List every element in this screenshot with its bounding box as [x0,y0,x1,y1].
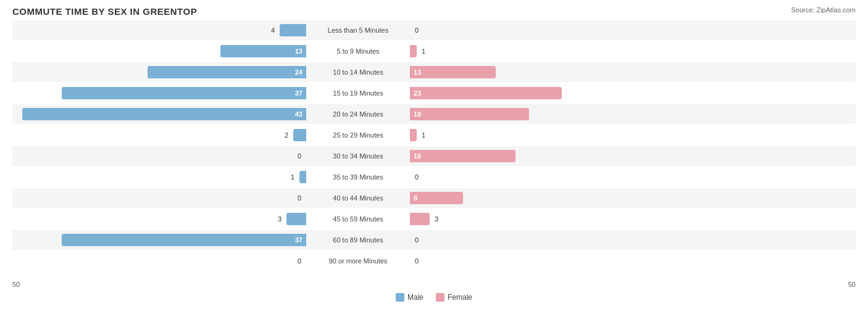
male-value: 37 [291,89,306,97]
male-value: 1 [291,173,294,181]
row-label: 45 to 59 Minutes [309,215,407,223]
chart-row: 3 45 to 59 Minutes 3 [12,209,856,229]
chart-row: 24 10 to 14 Minutes 13 [12,62,856,82]
female-bar: 18 [410,108,529,120]
female-side: 0 [407,234,704,246]
female-side: 1 [407,129,704,141]
male-side: 0 [12,255,309,267]
legend-female: Female [436,293,472,302]
axis-labels: 50 50 [12,279,856,289]
row-label: 10 to 14 Minutes [309,68,407,76]
male-bar: 4 [280,24,306,36]
male-bar: 37 [62,87,306,99]
legend-male: Male [396,293,424,302]
female-side: 0 [407,24,704,36]
source-label: Source: ZipAtlas.com [791,6,856,14]
male-side: 0 [12,150,309,162]
female-value: 3 [435,215,438,223]
male-side: 13 [12,45,309,57]
male-side: 24 [12,66,309,78]
chart-row: 43 20 to 24 Minutes 18 [12,104,856,124]
male-side: 3 [12,213,309,225]
chart-row: 1 35 to 39 Minutes 0 [12,167,856,187]
male-value: 24 [291,68,306,76]
female-value: 16 [410,152,425,160]
chart-row: 37 60 to 89 Minutes 0 [12,230,856,250]
chart-container: COMMUTE TIME BY SEX IN GREENTOP Source: … [0,0,868,322]
male-bar: 43 [22,108,306,120]
male-side: 1 [12,171,309,183]
row-label: 60 to 89 Minutes [309,236,407,244]
female-bar: 23 [410,87,562,99]
male-value: 3 [278,215,282,223]
female-value: 23 [410,89,425,97]
male-bar: 24 [148,66,306,78]
male-bar: 13 [220,45,306,57]
chart-row: 37 15 to 19 Minutes 23 [12,83,856,103]
female-value: 1 [422,47,425,55]
female-bar: 8 [410,192,463,204]
male-value: 4 [271,27,275,34]
male-value: 37 [291,236,306,244]
female-bar: 13 [410,66,496,78]
male-side: 37 [12,234,309,246]
male-side: 4 [12,24,309,36]
male-value: 43 [291,110,306,118]
female-side: 0 [407,255,704,267]
row-label: 30 to 34 Minutes [309,152,407,160]
legend-female-label: Female [448,293,472,302]
male-bar: 3 [286,213,306,225]
male-side: 2 [12,129,309,141]
female-side: 8 [407,192,704,204]
female-value: 0 [415,173,419,181]
row-label: 20 to 24 Minutes [309,110,407,118]
female-side: 3 [407,213,704,225]
male-bar: 1 [299,171,306,183]
axis-left-label: 50 [12,281,20,288]
chart-area: 4 Less than 5 Minutes 0 13 5 to 9 Minute… [12,20,856,279]
female-bar: 1 [410,129,417,141]
female-bar: 3 [410,213,430,225]
female-value: 8 [410,194,421,202]
female-side: 18 [407,108,704,120]
female-value: 0 [415,27,419,34]
row-label: 40 to 44 Minutes [309,194,407,202]
chart-row: 0 90 or more Minutes 0 [12,251,856,271]
female-side: 1 [407,45,704,57]
row-label: 5 to 9 Minutes [309,47,407,55]
legend-male-label: Male [407,293,424,302]
male-bar: 37 [62,234,306,246]
female-value: 0 [415,257,419,265]
male-value: 13 [291,47,306,55]
chart-row: 2 25 to 29 Minutes 1 [12,125,856,145]
female-side: 23 [407,87,704,99]
female-side: 16 [407,150,704,162]
female-bar: 1 [410,45,417,57]
legend: Male Female [12,293,856,302]
female-bar: 16 [410,150,515,162]
male-value: 2 [285,131,288,139]
row-label: 90 or more Minutes [309,257,407,265]
male-side: 37 [12,87,309,99]
chart-title: COMMUTE TIME BY SEX IN GREENTOP [12,6,856,17]
male-bar: 2 [293,129,306,141]
male-value: 0 [298,152,301,160]
axis-right-label: 50 [848,281,856,288]
chart-row: 0 30 to 34 Minutes 16 [12,146,856,166]
male-value: 0 [298,257,301,265]
male-value: 0 [298,194,301,202]
legend-male-box [396,293,404,302]
male-side: 43 [12,108,309,120]
row-label: Less than 5 Minutes [309,27,407,34]
female-value: 18 [410,110,425,118]
chart-row: 13 5 to 9 Minutes 1 [12,41,856,61]
row-label: 25 to 29 Minutes [309,131,407,139]
female-value: 13 [410,68,425,76]
chart-row: 4 Less than 5 Minutes 0 [12,20,856,40]
male-side: 0 [12,192,309,204]
row-label: 35 to 39 Minutes [309,173,407,181]
legend-female-box [436,293,444,302]
female-value: 0 [415,236,419,244]
female-side: 0 [407,171,704,183]
female-value: 1 [422,131,425,139]
